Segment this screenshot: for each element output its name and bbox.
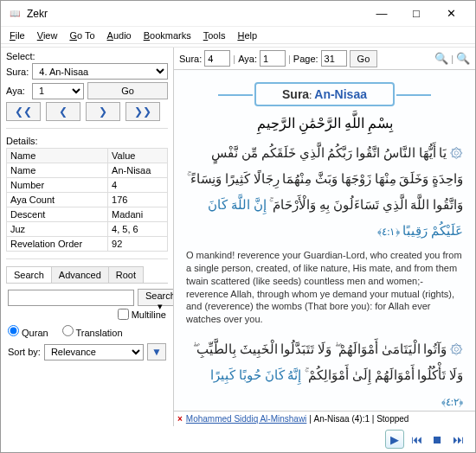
menu-file[interactable]: File [4,29,30,42]
radio-quran[interactable]: Quran [8,325,48,338]
prev-track-button[interactable]: ⏮ [408,431,425,448]
sort-dir-button[interactable]: ▼ [147,343,166,360]
app-icon: 📖 [8,7,22,21]
minimize-button[interactable]: ― [364,3,399,24]
menu-goto[interactable]: Go To [64,29,100,42]
statusbar: × Mohammed Siddiq Al-Minshawi | An-Nisaa… [174,411,475,426]
nav-next-button[interactable]: ❯ [86,102,120,121]
play-button[interactable]: ▶ [385,430,404,449]
r-aya-label: Aya: [238,54,257,64]
next-track-button[interactable]: ⏭ [449,431,466,448]
search-icon[interactable]: 🔍 [434,52,448,65]
radio-translation[interactable]: Translation [62,325,123,338]
sortby-label: Sort by: [8,347,41,357]
window-title: Zekr [27,8,364,20]
r-aya-input[interactable] [260,50,286,67]
multiline-checkbox[interactable] [118,309,129,320]
menu-audio[interactable]: Audio [102,29,137,42]
nav-first-button[interactable]: ❮❮ [6,102,41,121]
verse-1-translation: O mankind! reverence your Guardian-Lord,… [186,249,463,326]
r-go-button[interactable]: Go [350,50,378,67]
select-label: Select: [6,51,168,61]
search-button[interactable]: Search ▾ [138,289,174,306]
verse-2-arabic: ۞ وَآتُوا الْيَتَامَىٰ أَمْوَالَهُمْ ۖ و… [186,336,463,411]
content-area: Sura: An-Nisaa بِسْمِ اللَّهِ الرَّحْمَٰ… [174,70,475,411]
zoom-icon[interactable]: 🔍 [456,52,470,65]
r-page-label: Page: [293,54,318,64]
menubar: File View Go To Audio Bookmarks Tools He… [1,27,475,44]
maximize-button[interactable]: □ [399,3,434,24]
search-input[interactable] [8,290,134,306]
details-label: Details: [6,136,168,146]
menu-help[interactable]: Help [232,29,262,42]
close-button[interactable]: ✕ [434,3,468,24]
menu-view[interactable]: View [32,29,63,42]
tab-advanced[interactable]: Advanced [51,266,109,283]
sura-select[interactable]: 4. An-Nisaa [32,63,168,80]
aya-label: Aya: [6,86,29,96]
r-sura-label: Sura: [179,54,202,64]
r-sura-input[interactable] [204,50,230,67]
go-button[interactable]: Go [87,82,168,99]
details-table: NameValue NameAn-Nisaa Number4 Aya Count… [6,148,168,252]
status-close-icon[interactable]: × [177,414,183,424]
sortby-select[interactable]: Relevance [44,344,144,360]
reciter-link[interactable]: Mohammed Siddiq Al-Minshawi [186,414,307,424]
r-page-input[interactable] [321,50,347,67]
stop-button[interactable]: ⏹ [428,431,446,448]
multiline-label: Multiline [132,309,166,320]
sura-name: An-Nisaa [314,87,367,101]
nav-last-button[interactable]: ❯❯ [125,102,160,121]
aya-select[interactable]: 1 [32,83,84,99]
sura-label: Sura: [6,67,29,77]
nav-prev-button[interactable]: ❮ [46,102,80,121]
menu-tools[interactable]: Tools [198,29,231,42]
menu-bookmarks[interactable]: Bookmarks [138,29,196,42]
tab-search[interactable]: Search [6,266,52,283]
verse-1-arabic: ۞ يَا أَيُّهَا النَّاسُ اتَّقُوا رَبَّكُ… [186,140,463,244]
tab-root[interactable]: Root [108,266,144,283]
bismillah: بِسْمِ اللَّهِ الرَّحْمَٰنِ الرَّحِيمِ [186,115,463,131]
